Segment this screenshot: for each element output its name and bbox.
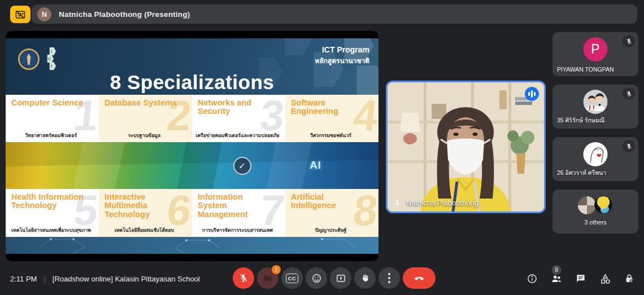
- mic-off-icon: [623, 35, 635, 47]
- meeting-info: 2:11 PM | [Roadshow online] Kalasin Pitt…: [10, 265, 200, 292]
- present-screen-button[interactable]: [330, 267, 351, 289]
- participants-button[interactable]: 8: [550, 272, 563, 285]
- spec-thai: วิทยาศาสตร์คอมพิวเตอร์: [6, 131, 97, 139]
- spec-thai: ปัญญาประดิษฐ์: [285, 226, 376, 234]
- participant-tile-sirirak[interactable]: 35 ศิริรักษ์ รักษมณี: [552, 85, 638, 129]
- mic-off-icon: [238, 273, 249, 283]
- top-bar: N Natnicha Plaboothong (Presenting): [0, 0, 644, 28]
- spec-title: Interactive Multimedia Technology: [105, 193, 181, 219]
- bottom-bar: 2:11 PM | [Roadshow online] Kalasin Pitt…: [0, 265, 644, 295]
- shapes-icon: [599, 273, 611, 285]
- clock-time: 2:11 PM: [10, 275, 37, 283]
- others-count-label: 3 others: [552, 219, 638, 226]
- avatar: [578, 196, 596, 214]
- avatar: [594, 196, 612, 214]
- avatar: P: [584, 37, 608, 61]
- camera-alert-badge: !: [272, 265, 281, 274]
- presenter-avatar: N: [37, 7, 51, 21]
- video-name-chip: Natnicha Plaboothong: [393, 199, 478, 207]
- avatar: [584, 90, 608, 114]
- cc-icon: CC: [286, 274, 299, 283]
- spec-thai: การบริหารจัดการระบบสารสนเทศ: [192, 226, 283, 234]
- presentation-tile[interactable]: I C T ICT Program หลักสูตรนานาชาติ 8 Spe…: [6, 31, 378, 261]
- activities-button[interactable]: [598, 272, 612, 285]
- university-logo: [18, 49, 40, 70]
- call-end-icon: [413, 272, 425, 284]
- spec-title: Artificial Intelligence: [291, 193, 367, 210]
- participant-name: 26 อิศวราห์ ศรีพนา: [557, 168, 606, 178]
- spec-card-5: 5 Health Information Technology เทคโนโลย…: [6, 189, 99, 237]
- spec-thai: เทคโนโลยีสารสนเทศเพื่อระบบสุขภาพ: [6, 226, 97, 234]
- smiley-icon: [311, 273, 322, 284]
- more-dots-icon: [388, 273, 390, 283]
- camera-off-icon: [263, 273, 273, 284]
- spec-title: Database Systems: [105, 99, 181, 107]
- spec-card-1: 1 Computer Science วิทยาศาสตร์คอมพิวเตอร…: [6, 95, 99, 142]
- participant-tile-isawara[interactable]: 26 อิศวราห์ ศรีพนา: [552, 137, 638, 181]
- captions-button[interactable]: CC: [281, 267, 303, 289]
- hand-icon: [360, 273, 370, 283]
- spec-card-7: 7 Information System Management การบริหา…: [192, 189, 285, 237]
- others-avatars: [578, 196, 613, 214]
- spec-title: Software Engineering: [291, 99, 367, 116]
- audio-level-indicator: [525, 87, 539, 101]
- program-label: ICT Program หลักสูตรนานาชาติ: [315, 45, 369, 66]
- spec-thai: วิศวกรรมซอฟต์แวร์: [285, 131, 376, 139]
- spec-title: Information System Management: [198, 193, 274, 219]
- mic-off-icon: [623, 140, 635, 152]
- meeting-details-button[interactable]: [525, 272, 539, 285]
- video-name-label: Natnicha Plaboothong: [406, 199, 478, 207]
- call-controls: ! CC: [233, 267, 436, 289]
- chat-button[interactable]: [574, 272, 588, 285]
- presenter-name: Natnicha Plaboothong (Presenting): [59, 10, 190, 19]
- chat-icon: [575, 273, 586, 284]
- avatar: [584, 142, 608, 166]
- presenter-pill[interactable]: N Natnicha Plaboothong (Presenting): [32, 5, 637, 24]
- participant-tile-others[interactable]: 3 others: [552, 190, 638, 234]
- spec-row-2: 5 Health Information Technology เทคโนโลย…: [6, 189, 378, 237]
- meet-window: N Natnicha Plaboothong (Presenting) I C …: [0, 0, 644, 295]
- webcam-video: [388, 82, 544, 212]
- people-count-badge: 8: [552, 265, 562, 275]
- spec-card-3: 3 Networks and Security เครือข่ายคอมพิวเ…: [192, 95, 285, 142]
- hexagon-decoration: [276, 38, 312, 55]
- info-icon: [526, 273, 538, 284]
- spec-thai: เครือข่ายคอมพิวเตอร์และความปลอดภัย: [192, 131, 283, 139]
- ict-logo-hex: C: [45, 55, 54, 63]
- slide-header: I C T ICT Program หลักสูตรนานาชาติ 8 Spe…: [6, 38, 378, 95]
- presentation-alert-button[interactable]: [10, 6, 31, 23]
- spec-thai: ระบบฐานข้อมูล: [99, 131, 190, 139]
- end-call-button[interactable]: [403, 267, 436, 289]
- ai-chip-graphic: AI: [310, 159, 321, 171]
- spec-title: Networks and Security: [198, 99, 274, 116]
- participant-name: 35 ศิริรักษ์ รักษมณี: [557, 116, 604, 125]
- right-panel-icons: 8: [525, 265, 636, 292]
- ict-logo-hex: T: [47, 62, 56, 70]
- lock-icon: [624, 273, 635, 284]
- more-options-button[interactable]: [378, 267, 400, 289]
- spec-card-2: 2 Database Systems ระบบฐานข้อมูล: [99, 95, 192, 142]
- mic-mute-button[interactable]: [233, 267, 254, 289]
- slide-collage-band: ✓ AI: [6, 142, 378, 189]
- spec-title: Computer Science: [11, 99, 88, 107]
- grid-slash-icon: [15, 10, 26, 20]
- ict-logo-hex: I: [47, 47, 56, 55]
- ict-logo: I C T: [45, 47, 59, 72]
- spec-card-6: 6 Interactive Multimedia Technology เทคโ…: [99, 189, 192, 237]
- raise-hand-button[interactable]: [354, 267, 376, 289]
- slide: I C T ICT Program หลักสูตรนานาชาติ 8 Spe…: [6, 38, 378, 254]
- present-icon: [336, 273, 346, 284]
- spec-card-4: 4 Software Engineering วิศวกรรมซอฟต์แวร์: [285, 95, 378, 142]
- meeting-name: [Roadshow online] Kalasin Pittayasan Sch…: [53, 275, 200, 283]
- host-controls-button[interactable]: [623, 272, 636, 285]
- network-pattern: [6, 237, 378, 254]
- separator: |: [43, 275, 45, 283]
- reactions-button[interactable]: [306, 267, 327, 289]
- main-video-tile[interactable]: Natnicha Plaboothong: [386, 81, 546, 213]
- slide-title: 8 Specializations: [6, 71, 378, 94]
- check-circle-graphic: ✓: [233, 157, 251, 175]
- participant-name: PIYAWAN TONGPAN: [557, 66, 614, 73]
- spec-row-1: 1 Computer Science วิทยาศาสตร์คอมพิวเตอร…: [6, 95, 378, 142]
- camera-toggle-button[interactable]: !: [257, 267, 279, 289]
- participant-tile-piyawan[interactable]: P PIYAWAN TONGPAN: [552, 32, 638, 76]
